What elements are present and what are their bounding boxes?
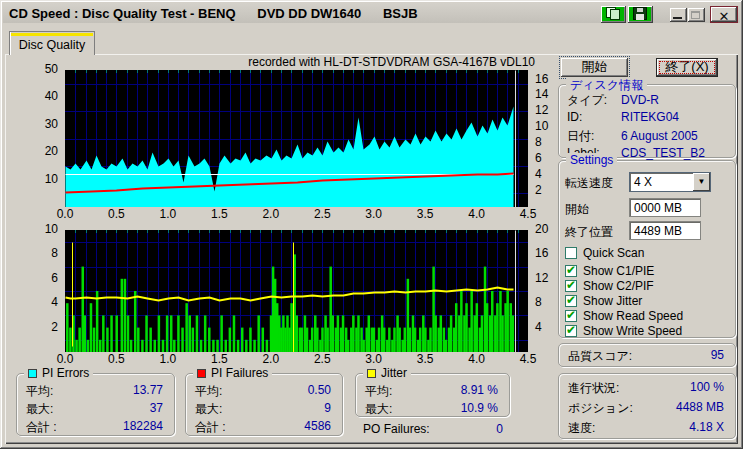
pi-failures-legend-swatch: [197, 369, 206, 378]
exit-button[interactable]: 終了(X): [656, 58, 718, 77]
quality-score-label: 品質スコア:: [568, 348, 632, 363]
axis-tick-label: 16: [535, 247, 548, 260]
chevron-down-icon[interactable]: ▼: [693, 173, 710, 191]
axis-tick-label: 2.5: [311, 208, 333, 221]
speed-value: 4.18 X: [689, 420, 724, 435]
axis-tick-label: 3.5: [414, 353, 436, 366]
top-chart-right-axis: 246810121416: [531, 70, 559, 207]
window-title: CD Speed : Disc Quality Test - BENQ DVD …: [9, 6, 418, 21]
start-position-label: 開始: [565, 201, 589, 216]
bottom-chart-left-axis: 246810: [34, 230, 60, 352]
axis-tick-label: 8: [535, 296, 542, 309]
pie-max-value: 37: [150, 401, 163, 416]
group-progress: 進行状況:100 % ポジション:4488 MB 速度:4.18 X: [558, 373, 736, 439]
axis-tick-label: 14: [535, 88, 548, 101]
minimize-button[interactable]: [670, 8, 687, 22]
show-write-speed-checkbox-box[interactable]: [565, 325, 577, 337]
exit-button-label: 終了(X): [665, 59, 708, 74]
axis-tick-label: 1.5: [208, 353, 230, 366]
axis-tick-label: 3.0: [363, 353, 385, 366]
speed-select-value: 4 X: [630, 173, 693, 191]
top-chart-left-axis: 1020304050: [34, 70, 60, 207]
show-read-speed-label: Show Read Speed: [583, 309, 683, 323]
end-position-field[interactable]: 4489 MB: [629, 221, 701, 240]
jitter-legend-swatch: [367, 369, 376, 378]
pif-max-value: 9: [324, 401, 331, 416]
axis-tick-label: 1.5: [208, 208, 230, 221]
stat-row: 最大:37: [26, 401, 163, 416]
group-settings: Settings 転送速度 4 X ▼ 開始 0000 MB 終了位置 4489…: [558, 160, 736, 338]
start-button[interactable]: 開始: [561, 58, 628, 77]
group-disc-info: ディスク情報 タイプ:DVD-R ID:RITEKG04 日付:6 August…: [558, 84, 736, 158]
quick-scan-checkbox-box[interactable]: [565, 247, 577, 259]
close-button[interactable]: ✕: [710, 6, 738, 23]
title-bar[interactable]: CD Speed : Disc Quality Test - BENQ DVD …: [3, 3, 740, 23]
group-pi-failures: PI Failures 平均:0.50 最大:9 合計 :4586: [185, 373, 343, 436]
axis-tick-label: 1.0: [157, 208, 179, 221]
axis-tick-label: 40: [34, 90, 58, 103]
checkbox-show-c2pif[interactable]: Show C2/PIF: [565, 279, 654, 293]
show-jitter-checkbox-box[interactable]: [565, 295, 577, 307]
axis-tick-label: 20: [535, 223, 548, 236]
po-failures-row: PO Failures: 0: [363, 422, 503, 437]
show-c2pif-checkbox-box[interactable]: [565, 280, 577, 292]
axis-tick-label: 4.5: [517, 208, 539, 221]
save-icon: [633, 7, 648, 20]
checkbox-show-c1pie[interactable]: Show C1/PIE: [565, 264, 654, 278]
jitter-average-value: 8.91 %: [461, 383, 498, 398]
stat-row: 平均:13.77: [26, 383, 163, 398]
top-chart-x-axis: 0.00.51.01.52.02.53.03.54.04.5: [65, 208, 528, 222]
group-jitter: Jitter 平均:8.91 % 最大:10.9 %: [355, 373, 510, 417]
pi-errors-legend-swatch: [28, 369, 37, 378]
axis-tick-label: 12: [535, 104, 548, 117]
disc-type-row: タイプ:DVD-R: [567, 92, 659, 107]
axis-tick-label: 20: [34, 145, 58, 158]
checkbox-show-write-speed[interactable]: Show Write Speed: [565, 324, 682, 338]
axis-tick-label: 8: [34, 247, 58, 260]
show-c2pif-label: Show C2/PIF: [583, 279, 654, 293]
stat-row: 平均:8.91 %: [365, 383, 498, 398]
axis-tick-label: 6: [535, 152, 542, 165]
show-c1pie-checkbox-box[interactable]: [565, 265, 577, 277]
recorded-with-note: recorded with HL-DT-STDVDRAM GSA-4167B v…: [180, 55, 535, 69]
disc-date-value: 6 August 2005: [621, 129, 698, 143]
axis-tick-label: 0.5: [105, 208, 127, 221]
disc-type-value: DVD-R: [621, 93, 659, 107]
show-read-speed-checkbox-box[interactable]: [565, 310, 577, 322]
start-position-field[interactable]: 0000 MB: [629, 198, 701, 217]
axis-tick-label: 4.0: [466, 208, 488, 221]
quality-score-value: 95: [711, 348, 724, 363]
progress-value: 100 %: [690, 380, 724, 395]
copy-button[interactable]: [601, 6, 626, 23]
po-failures-value: 0: [496, 422, 503, 437]
speed-row: 速度:4.18 X: [568, 420, 724, 435]
axis-tick-label: 4: [34, 296, 58, 309]
axis-tick-label: 3.5: [414, 208, 436, 221]
checkbox-quick-scan[interactable]: Quick Scan: [565, 246, 644, 260]
pi-errors-chart: [65, 70, 528, 207]
save-button[interactable]: [628, 6, 653, 23]
pi-failures-legend: PI Failures: [193, 366, 272, 380]
checkbox-show-read-speed[interactable]: Show Read Speed: [565, 309, 683, 323]
axis-tick-label: 1.0: [157, 353, 179, 366]
axis-tick-label: 50: [34, 63, 58, 76]
stat-row: 最大:9: [195, 401, 331, 416]
stat-row: 最大:10.9 %: [365, 401, 498, 416]
end-position-label: 終了位置: [565, 224, 613, 239]
stat-row: 平均:0.50: [195, 383, 331, 398]
maximize-button[interactable]: [688, 8, 705, 22]
axis-tick-label: 8: [535, 136, 542, 149]
position-row: ポジション:4488 MB: [568, 400, 724, 415]
tab-disc-quality[interactable]: Disc Quality: [9, 31, 95, 55]
checkbox-show-jitter[interactable]: Show Jitter: [565, 294, 642, 308]
jitter-max-value: 10.9 %: [461, 401, 498, 416]
axis-tick-label: 2.5: [311, 353, 333, 366]
speed-select[interactable]: 4 X ▼: [629, 172, 711, 192]
axis-tick-label: 10: [34, 173, 58, 186]
pi-errors-legend: PI Errors: [24, 366, 93, 380]
pie-average-value: 13.77: [133, 383, 163, 398]
axis-tick-label: 10: [34, 223, 58, 236]
axis-tick-label: 16: [535, 73, 548, 86]
minimize-icon: [673, 17, 682, 19]
axis-tick-label: 0.0: [54, 353, 76, 366]
